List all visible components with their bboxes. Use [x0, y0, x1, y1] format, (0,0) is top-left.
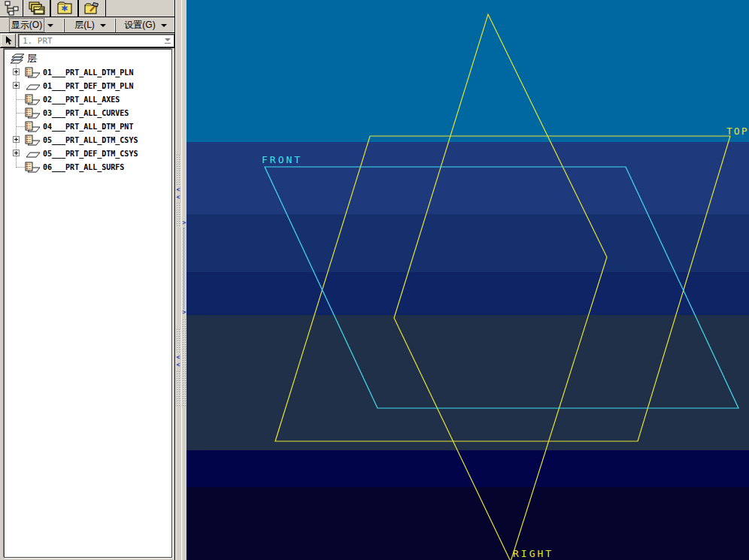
expand-plus-icon[interactable]: [13, 82, 20, 89]
layer-tree-root-label: 层: [27, 52, 37, 65]
layer-tree: 层 01___PRT_ALL_DTM_PLN: [4, 49, 172, 558]
collapse-left-icon[interactable]: <: [175, 355, 181, 361]
menu-display-button[interactable]: 显示(O): [0, 19, 63, 32]
layers-stack-icon: [9, 53, 26, 65]
collapse-left-icon[interactable]: <: [175, 362, 181, 368]
panel-toolbar: [0, 0, 175, 17]
model-combobox[interactable]: 1. PRT: [18, 34, 174, 47]
chevron-down-icon: [161, 24, 167, 27]
splitter-highlight: [181, 0, 182, 560]
layer-tree-root[interactable]: 层: [5, 52, 171, 65]
band-6: [186, 450, 749, 487]
background-bands: [186, 0, 749, 560]
layer-tree-item[interactable]: 06___PRT_ALL_SURFS: [5, 160, 171, 174]
datum-label-top: TOP: [726, 126, 748, 137]
layer-name: 06___PRT_ALL_SURFS: [43, 163, 124, 171]
layer-name: 04___PRT_ALL_DTM_PNT: [43, 123, 133, 131]
panel-splitter[interactable]: < < < < > >: [175, 0, 186, 560]
layer-empty-icon: [25, 148, 41, 159]
splitter-highlight: [175, 0, 176, 560]
datum-label-front: FRONT: [262, 154, 302, 165]
layer-tree-item[interactable]: 04___PRT_ALL_DTM_PNT: [5, 120, 171, 133]
band-4: [186, 272, 749, 315]
layer-tree-item[interactable]: 03___PRT_ALL_CURVES: [5, 106, 171, 120]
cad-viewport[interactable]: TOP FRONT RIGHT: [186, 0, 749, 560]
band-2: [186, 142, 749, 214]
datum-label-right: RIGHT: [513, 548, 553, 559]
layer-empty-icon: [25, 80, 41, 92]
select-arrow-button[interactable]: [1, 34, 16, 47]
chevron-down-icon: [47, 24, 53, 27]
tree-stub-line: [17, 113, 25, 114]
expand-plus-icon[interactable]: [13, 68, 20, 75]
collapse-left-icon[interactable]: <: [175, 195, 181, 201]
tree-stub-line: [17, 167, 25, 168]
splitter-grip[interactable]: [176, 154, 180, 186]
tab-layer-rules[interactable]: [50, 0, 78, 17]
layer-name: 02___PRT_ALL_AXES: [43, 95, 120, 104]
tree-stub-line: [17, 99, 25, 100]
combobox-dropdown-icon[interactable]: [162, 35, 174, 47]
layer-tree-folders-icon: [28, 1, 46, 16]
band-7: [186, 487, 749, 560]
layer-tree-item[interactable]: 02___PRT_ALL_AXES: [5, 92, 171, 106]
model-combobox-value: 1. PRT: [19, 36, 162, 46]
layer-with-items-icon: [25, 162, 41, 173]
tree-stub-line: [17, 126, 25, 127]
layer-navigator-panel: 显示(O) 层(L) 设置(G) 1. PRT: [0, 0, 175, 560]
layer-name: 03___PRT_ALL_CURVES: [43, 109, 129, 117]
tab-layer-settings[interactable]: [78, 0, 106, 17]
layer-tree-item[interactable]: 01___PRT_ALL_DTM_PLN: [5, 65, 171, 79]
layer-name: 01___PRT_DEF_DTM_PLN: [43, 82, 133, 90]
tree-view-icon: [4, 1, 19, 16]
layer-name: 05___PRT_ALL_DTM_CSYS: [43, 136, 138, 144]
layer-rules-folder-icon: [56, 1, 74, 16]
panel-menubar: 显示(O) 层(L) 设置(G): [0, 18, 175, 33]
splitter-grip[interactable]: [176, 328, 180, 353]
collapse-left-icon[interactable]: <: [175, 187, 181, 193]
splitter-grip[interactable]: [176, 202, 180, 227]
expand-plus-icon[interactable]: [13, 150, 20, 156]
expand-plus-icon[interactable]: [13, 136, 20, 143]
menu-layer-label: 层(L): [73, 19, 96, 32]
splitter-grip[interactable]: [176, 371, 180, 406]
tree-view-toggle[interactable]: [0, 0, 23, 17]
menu-layer-button[interactable]: 层(L): [65, 19, 114, 32]
layer-name: 01___PRT_ALL_DTM_PLN: [43, 68, 133, 77]
splitter-dotted-line: [183, 228, 184, 309]
band-1: [186, 0, 749, 142]
model-selector-row: 1. PRT: [0, 34, 175, 48]
menu-display-label: 显示(O): [10, 19, 44, 32]
menu-settings-button[interactable]: 设置(G): [116, 19, 174, 32]
cursor-arrow-icon: [4, 35, 13, 46]
band-3: [186, 214, 749, 272]
layer-with-items-icon: [25, 107, 41, 119]
layer-with-items-icon: [25, 121, 41, 132]
layer-with-items-icon: [25, 94, 41, 105]
layer-with-items-icon: [25, 67, 41, 78]
menu-settings-label: 设置(G): [123, 19, 156, 32]
layer-with-items-icon: [25, 135, 41, 146]
layer-tools-folder-icon: [83, 1, 102, 16]
layer-name: 05___PRT_DEF_DTM_CSYS: [43, 150, 138, 158]
band-5: [186, 315, 749, 450]
layer-tree-item[interactable]: 01___PRT_DEF_DTM_PLN: [5, 79, 171, 92]
tab-layer-tree[interactable]: [23, 0, 50, 17]
chevron-down-icon: [100, 24, 106, 27]
layer-tree-item[interactable]: 05___PRT_DEF_DTM_CSYS: [5, 147, 171, 160]
app-window: 显示(O) 层(L) 设置(G) 1. PRT: [0, 0, 749, 560]
layer-tree-item[interactable]: 05___PRT_ALL_DTM_CSYS: [5, 133, 171, 147]
